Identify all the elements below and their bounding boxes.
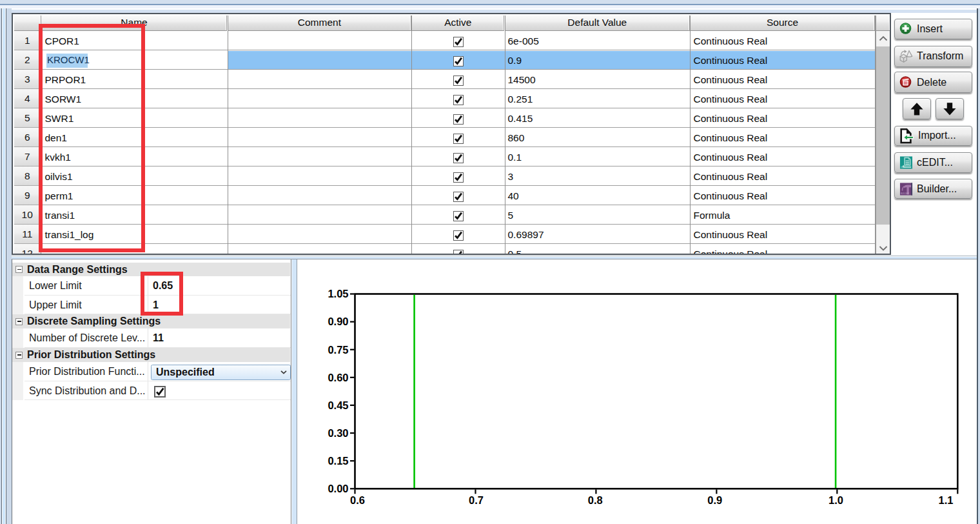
svg-text:0.90: 0.90 <box>328 316 348 327</box>
svg-text:0.7: 0.7 <box>469 494 484 506</box>
svg-text:0.8: 0.8 <box>588 494 603 506</box>
svg-text:0.00: 0.00 <box>328 483 348 494</box>
svg-text:0.30: 0.30 <box>328 427 348 439</box>
svg-text:1.0: 1.0 <box>828 494 843 506</box>
svg-text:BUILDER: BUILDER <box>901 192 910 195</box>
svg-text:cEdit: cEdit <box>901 166 905 168</box>
svg-text:0.75: 0.75 <box>328 344 348 356</box>
svg-text:0.15: 0.15 <box>328 455 348 467</box>
svg-text:0.9: 0.9 <box>707 494 722 506</box>
svg-text:1.05: 1.05 <box>328 288 348 299</box>
svg-text:0.60: 0.60 <box>328 372 348 383</box>
svg-text:0.45: 0.45 <box>328 399 348 411</box>
svg-text:1.1: 1.1 <box>939 494 954 506</box>
svg-text:0.6: 0.6 <box>350 494 365 506</box>
